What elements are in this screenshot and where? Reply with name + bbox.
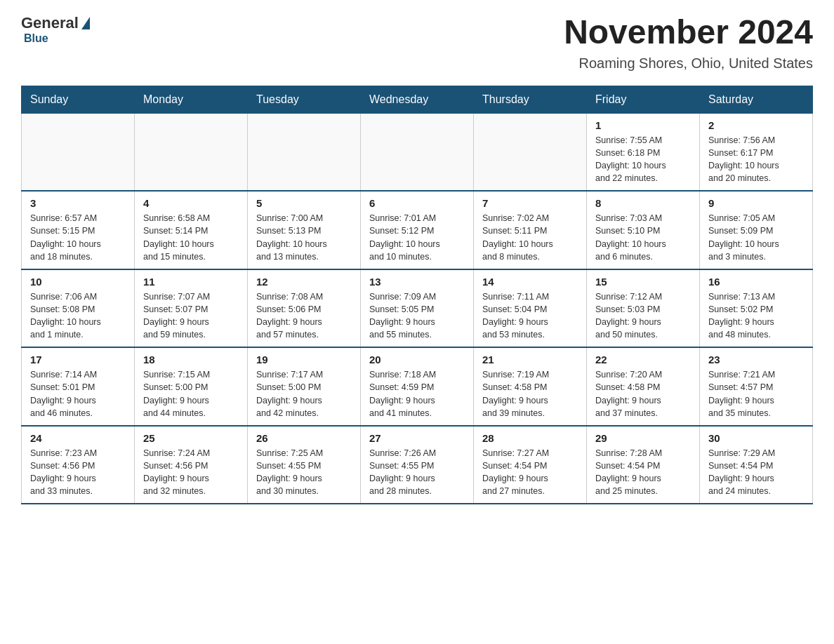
month-title: November 2024: [564, 14, 813, 51]
day-sun-info: Sunrise: 6:58 AM Sunset: 5:14 PM Dayligh…: [143, 212, 239, 263]
day-sun-info: Sunrise: 7:02 AM Sunset: 5:11 PM Dayligh…: [482, 212, 578, 263]
day-sun-info: Sunrise: 7:29 AM Sunset: 4:54 PM Dayligh…: [708, 447, 804, 498]
day-number: 23: [708, 354, 804, 365]
weekday-header-tuesday: Tuesday: [248, 86, 361, 113]
calendar-cell: 29Sunrise: 7:28 AM Sunset: 4:54 PM Dayli…: [587, 426, 700, 504]
day-sun-info: Sunrise: 7:25 AM Sunset: 4:55 PM Dayligh…: [256, 447, 352, 498]
day-number: 26: [256, 432, 352, 444]
day-number: 29: [595, 432, 691, 444]
calendar-cell: 26Sunrise: 7:25 AM Sunset: 4:55 PM Dayli…: [248, 426, 361, 504]
weekday-header-row: SundayMondayTuesdayWednesdayThursdayFrid…: [22, 86, 813, 113]
day-number: 15: [595, 276, 691, 288]
calendar-week-row: 17Sunrise: 7:14 AM Sunset: 5:01 PM Dayli…: [22, 347, 813, 426]
day-number: 17: [30, 354, 126, 365]
day-number: 1: [595, 119, 691, 131]
calendar-cell: 17Sunrise: 7:14 AM Sunset: 5:01 PM Dayli…: [22, 347, 135, 426]
day-sun-info: Sunrise: 7:18 AM Sunset: 4:59 PM Dayligh…: [369, 368, 465, 420]
calendar-cell: [248, 113, 361, 191]
calendar-cell: 19Sunrise: 7:17 AM Sunset: 5:00 PM Dayli…: [248, 347, 361, 426]
day-number: 19: [256, 354, 352, 365]
day-sun-info: Sunrise: 7:21 AM Sunset: 4:57 PM Dayligh…: [708, 368, 804, 420]
day-number: 8: [595, 197, 691, 209]
weekday-header-saturday: Saturday: [700, 86, 813, 113]
day-sun-info: Sunrise: 7:28 AM Sunset: 4:54 PM Dayligh…: [595, 447, 691, 498]
calendar-cell: 2Sunrise: 7:56 AM Sunset: 6:17 PM Daylig…: [700, 113, 813, 191]
logo-triangle-icon: [81, 17, 90, 29]
logo-general-text: General: [21, 14, 79, 32]
calendar-cell: 5Sunrise: 7:00 AM Sunset: 5:13 PM Daylig…: [248, 191, 361, 269]
logo: General Blue: [21, 14, 91, 45]
calendar-cell: 18Sunrise: 7:15 AM Sunset: 5:00 PM Dayli…: [135, 347, 248, 426]
calendar-cell: 1Sunrise: 7:55 AM Sunset: 6:18 PM Daylig…: [587, 113, 700, 191]
day-sun-info: Sunrise: 7:23 AM Sunset: 4:56 PM Dayligh…: [30, 447, 126, 498]
day-number: 18: [143, 354, 239, 365]
day-number: 5: [256, 197, 352, 209]
calendar-cell: 6Sunrise: 7:01 AM Sunset: 5:12 PM Daylig…: [361, 191, 474, 269]
calendar-cell: [474, 113, 587, 191]
day-sun-info: Sunrise: 7:55 AM Sunset: 6:18 PM Dayligh…: [595, 134, 691, 185]
calendar-cell: 10Sunrise: 7:06 AM Sunset: 5:08 PM Dayli…: [22, 269, 135, 348]
weekday-header-thursday: Thursday: [474, 86, 587, 113]
day-sun-info: Sunrise: 7:17 AM Sunset: 5:00 PM Dayligh…: [256, 368, 352, 420]
day-number: 12: [256, 276, 352, 288]
title-area: November 2024 Roaming Shores, Ohio, Unit…: [564, 14, 813, 72]
day-sun-info: Sunrise: 7:03 AM Sunset: 5:10 PM Dayligh…: [595, 212, 691, 263]
calendar-week-row: 24Sunrise: 7:23 AM Sunset: 4:56 PM Dayli…: [22, 426, 813, 504]
calendar-cell: 14Sunrise: 7:11 AM Sunset: 5:04 PM Dayli…: [474, 269, 587, 348]
day-number: 20: [369, 354, 465, 365]
calendar-cell: 30Sunrise: 7:29 AM Sunset: 4:54 PM Dayli…: [700, 426, 813, 504]
day-number: 30: [708, 432, 804, 444]
weekday-header-sunday: Sunday: [22, 86, 135, 113]
day-number: 14: [482, 276, 578, 288]
day-number: 4: [143, 197, 239, 209]
day-sun-info: Sunrise: 7:05 AM Sunset: 5:09 PM Dayligh…: [708, 212, 804, 263]
calendar-cell: 4Sunrise: 6:58 AM Sunset: 5:14 PM Daylig…: [135, 191, 248, 269]
calendar-body: 1Sunrise: 7:55 AM Sunset: 6:18 PM Daylig…: [22, 113, 813, 504]
calendar-cell: 24Sunrise: 7:23 AM Sunset: 4:56 PM Dayli…: [22, 426, 135, 504]
calendar-cell: 25Sunrise: 7:24 AM Sunset: 4:56 PM Dayli…: [135, 426, 248, 504]
day-number: 22: [595, 354, 691, 365]
calendar-cell: 13Sunrise: 7:09 AM Sunset: 5:05 PM Dayli…: [361, 269, 474, 348]
day-number: 25: [143, 432, 239, 444]
day-number: 7: [482, 197, 578, 209]
weekday-header-wednesday: Wednesday: [361, 86, 474, 113]
day-sun-info: Sunrise: 7:19 AM Sunset: 4:58 PM Dayligh…: [482, 368, 578, 420]
calendar-week-row: 1Sunrise: 7:55 AM Sunset: 6:18 PM Daylig…: [22, 113, 813, 191]
weekday-header-monday: Monday: [135, 86, 248, 113]
day-number: 9: [708, 197, 804, 209]
calendar-cell: 21Sunrise: 7:19 AM Sunset: 4:58 PM Dayli…: [474, 347, 587, 426]
day-number: 11: [143, 276, 239, 288]
calendar-cell: 28Sunrise: 7:27 AM Sunset: 4:54 PM Dayli…: [474, 426, 587, 504]
day-sun-info: Sunrise: 7:26 AM Sunset: 4:55 PM Dayligh…: [369, 447, 465, 498]
calendar-cell: [135, 113, 248, 191]
page-header: General Blue November 2024 Roaming Shore…: [21, 14, 813, 72]
day-sun-info: Sunrise: 6:57 AM Sunset: 5:15 PM Dayligh…: [30, 212, 126, 263]
day-number: 3: [30, 197, 126, 209]
logo-blue-text: Blue: [24, 32, 48, 44]
calendar-cell: 22Sunrise: 7:20 AM Sunset: 4:58 PM Dayli…: [587, 347, 700, 426]
calendar-cell: 27Sunrise: 7:26 AM Sunset: 4:55 PM Dayli…: [361, 426, 474, 504]
calendar-cell: 16Sunrise: 7:13 AM Sunset: 5:02 PM Dayli…: [700, 269, 813, 348]
day-sun-info: Sunrise: 7:00 AM Sunset: 5:13 PM Dayligh…: [256, 212, 352, 263]
calendar-cell: 11Sunrise: 7:07 AM Sunset: 5:07 PM Dayli…: [135, 269, 248, 348]
calendar-cell: 15Sunrise: 7:12 AM Sunset: 5:03 PM Dayli…: [587, 269, 700, 348]
day-number: 10: [30, 276, 126, 288]
day-sun-info: Sunrise: 7:14 AM Sunset: 5:01 PM Dayligh…: [30, 368, 126, 420]
calendar-week-row: 3Sunrise: 6:57 AM Sunset: 5:15 PM Daylig…: [22, 191, 813, 269]
day-number: 27: [369, 432, 465, 444]
calendar-cell: 9Sunrise: 7:05 AM Sunset: 5:09 PM Daylig…: [700, 191, 813, 269]
day-sun-info: Sunrise: 7:13 AM Sunset: 5:02 PM Dayligh…: [708, 290, 804, 342]
calendar-cell: 3Sunrise: 6:57 AM Sunset: 5:15 PM Daylig…: [22, 191, 135, 269]
day-number: 2: [708, 119, 804, 131]
day-number: 6: [369, 197, 465, 209]
calendar-header: SundayMondayTuesdayWednesdayThursdayFrid…: [22, 86, 813, 113]
day-sun-info: Sunrise: 7:07 AM Sunset: 5:07 PM Dayligh…: [143, 290, 239, 342]
calendar-table: SundayMondayTuesdayWednesdayThursdayFrid…: [21, 86, 813, 505]
day-sun-info: Sunrise: 7:12 AM Sunset: 5:03 PM Dayligh…: [595, 290, 691, 342]
calendar-cell: 12Sunrise: 7:08 AM Sunset: 5:06 PM Dayli…: [248, 269, 361, 348]
day-sun-info: Sunrise: 7:11 AM Sunset: 5:04 PM Dayligh…: [482, 290, 578, 342]
day-sun-info: Sunrise: 7:24 AM Sunset: 4:56 PM Dayligh…: [143, 447, 239, 498]
calendar-cell: 23Sunrise: 7:21 AM Sunset: 4:57 PM Dayli…: [700, 347, 813, 426]
day-number: 28: [482, 432, 578, 444]
day-number: 21: [482, 354, 578, 365]
